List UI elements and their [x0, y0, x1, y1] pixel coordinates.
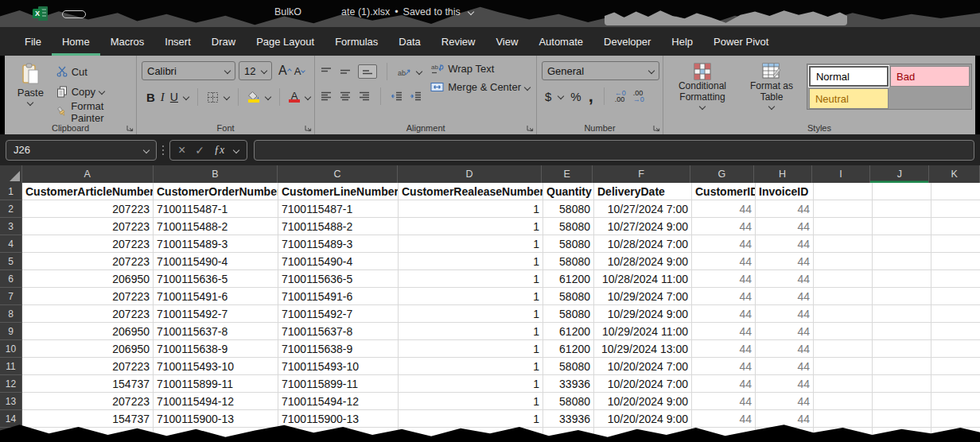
cell-E10[interactable]: 61200	[543, 340, 594, 358]
column-header-B[interactable]: B	[154, 165, 278, 183]
cell-F12[interactable]: 10/20/2024 7:00	[594, 375, 692, 393]
tab-automate[interactable]: Automate	[528, 27, 593, 56]
saved-status[interactable]: Saved to this	[403, 6, 461, 17]
cell-B5[interactable]: 7100115490-4	[154, 253, 278, 270]
align-bottom-button[interactable]	[358, 64, 377, 79]
tab-home[interactable]: Home	[52, 27, 100, 56]
tab-draw[interactable]: Draw	[201, 27, 246, 56]
cell-I13[interactable]	[814, 393, 873, 410]
cell-E14[interactable]: 33936	[543, 410, 594, 428]
cell-D1[interactable]: CustomerRealeaseNumber	[399, 183, 543, 200]
decrease-decimal-button[interactable]: .00 →0	[633, 90, 644, 103]
column-header-G[interactable]: G	[690, 165, 754, 183]
cell-K11[interactable]	[931, 358, 980, 375]
search-box-remnant[interactable]	[605, 8, 847, 25]
font-name-select[interactable]: Calibri	[142, 61, 235, 80]
font-color-button[interactable]: A	[289, 91, 300, 103]
cell-K4[interactable]	[931, 235, 980, 253]
row-header-8[interactable]: 8	[0, 305, 22, 323]
cell-I11[interactable]	[814, 358, 873, 375]
cell-J5[interactable]	[873, 253, 931, 270]
cell-C12[interactable]: 7100115899-11	[278, 375, 399, 393]
cell-B12[interactable]: 7100115899-11	[154, 375, 278, 393]
fill-color-dropdown-icon[interactable]	[265, 94, 271, 100]
cell-A4[interactable]: 207223	[22, 235, 154, 253]
cell-H3[interactable]: 44	[756, 218, 814, 235]
tab-help[interactable]: Help	[661, 27, 703, 56]
cell-G1[interactable]: CustomerID	[692, 183, 756, 200]
cell-C3[interactable]: 7100115488-2	[278, 218, 399, 235]
cell-C5[interactable]: 7100115490-4	[278, 253, 399, 270]
cell-A10[interactable]: 206950	[22, 340, 154, 358]
cell-J10[interactable]	[873, 340, 931, 358]
cell-H6[interactable]: 44	[756, 270, 814, 288]
cell-H8[interactable]: 44	[756, 305, 814, 323]
borders-dropdown-icon[interactable]	[224, 94, 230, 100]
cell-J4[interactable]	[873, 235, 931, 253]
cell-I4[interactable]	[814, 235, 873, 253]
cut-button[interactable]: Cut	[56, 64, 133, 79]
cell-K7[interactable]	[931, 288, 980, 305]
style-normal[interactable]: Normal	[809, 66, 889, 87]
cell-G12[interactable]: 44	[692, 375, 756, 393]
tab-page-layout[interactable]: Page Layout	[246, 27, 325, 56]
cell-E2[interactable]: 58080	[543, 200, 594, 218]
cell-F8[interactable]: 10/29/2024 9:00	[594, 305, 692, 323]
cell-H11[interactable]: 44	[756, 358, 814, 375]
underline-button[interactable]: U	[170, 91, 178, 103]
cell-B4[interactable]: 7100115489-3	[154, 235, 278, 253]
cell-F13[interactable]: 10/20/2024 9:00	[594, 393, 692, 410]
cell-H5[interactable]: 44	[756, 253, 814, 270]
cell-H12[interactable]: 44	[756, 375, 814, 393]
cell-K13[interactable]	[931, 393, 980, 410]
name-box-dropdown-icon[interactable]	[143, 146, 150, 153]
cell-G6[interactable]: 44	[692, 270, 756, 288]
cell-C4[interactable]: 7100115489-3	[278, 235, 399, 253]
cell-C14[interactable]: 7100115900-13	[278, 410, 399, 428]
row-header-3[interactable]: 3	[0, 218, 22, 235]
cell-K2[interactable]	[931, 200, 980, 218]
insert-function-icon[interactable]: ƒx	[214, 144, 224, 157]
style-bad[interactable]: Bad	[890, 66, 970, 87]
cell-B1[interactable]: CustomerOrderNumber	[154, 183, 278, 200]
tab-data[interactable]: Data	[388, 27, 430, 56]
cell-G3[interactable]: 44	[692, 218, 756, 235]
cell-K8[interactable]	[931, 305, 980, 323]
format-as-table-button[interactable]: Format as Table	[743, 61, 800, 120]
column-header-A[interactable]: A	[22, 165, 154, 183]
cell-B13[interactable]: 7100115494-12	[154, 393, 278, 410]
percent-format-button[interactable]: %	[570, 90, 581, 103]
increase-decimal-button[interactable]: ←0 .00	[615, 90, 626, 103]
number-dialog-launcher-icon[interactable]	[652, 124, 660, 132]
tab-review[interactable]: Review	[431, 27, 486, 56]
name-box[interactable]: J26	[6, 140, 157, 161]
insert-function-dropdown-icon[interactable]	[233, 146, 239, 153]
paste-dropdown-icon[interactable]	[27, 99, 33, 106]
cell-A8[interactable]: 207223	[22, 305, 154, 323]
cell-B10[interactable]: 7100115638-9	[154, 340, 278, 358]
cell-C11[interactable]: 7100115493-10	[278, 358, 399, 375]
cell-I6[interactable]	[814, 270, 873, 288]
cell-B14[interactable]: 7100115900-13	[154, 410, 278, 428]
enter-icon[interactable]: ✓	[195, 144, 204, 157]
align-right-button[interactable]	[358, 91, 371, 101]
cell-D8[interactable]: 1	[399, 305, 543, 323]
cell-D4[interactable]: 1	[399, 235, 543, 253]
cell-E13[interactable]: 58080	[543, 393, 594, 410]
cell-E7[interactable]: 58080	[543, 288, 594, 305]
cell-A5[interactable]: 207223	[22, 253, 154, 270]
cell-I2[interactable]	[814, 200, 873, 218]
column-header-K[interactable]: K	[929, 165, 980, 183]
cell-G5[interactable]: 44	[692, 253, 756, 270]
row-header-9[interactable]: 9	[0, 323, 22, 340]
cell-H2[interactable]: 44	[756, 200, 814, 218]
cell-G7[interactable]: 44	[692, 288, 756, 305]
cell-A13[interactable]: 207223	[22, 393, 154, 410]
column-header-C[interactable]: C	[278, 165, 398, 183]
cell-A6[interactable]: 206950	[22, 270, 154, 288]
row-header-2[interactable]: 2	[0, 200, 22, 218]
column-header-H[interactable]: H	[754, 165, 812, 183]
cell-J9[interactable]	[873, 323, 931, 340]
cell-C1[interactable]: CustomerLineNumber	[278, 183, 399, 200]
cell-J12[interactable]	[873, 375, 931, 393]
